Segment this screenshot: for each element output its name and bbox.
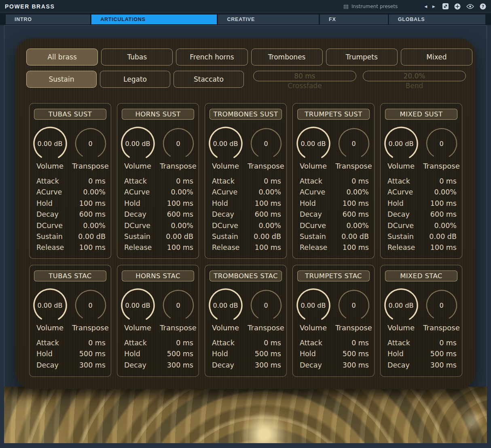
bend-value[interactable]: 20.0%: [363, 71, 466, 81]
transpose-knob[interactable]: 0 Transpose: [72, 126, 110, 170]
volume-knob[interactable]: 0.00 dB Volume: [294, 126, 332, 170]
param-value[interactable]: 100 ms: [79, 242, 106, 253]
param-value[interactable]: 0 ms: [351, 176, 369, 187]
param-value[interactable]: 0 ms: [264, 176, 281, 187]
tab-fx[interactable]: FX: [320, 15, 388, 24]
section-button-french-horns[interactable]: French horns: [176, 49, 248, 66]
param-value[interactable]: 300 ms: [79, 360, 106, 371]
tab-articulations[interactable]: ARTICULATIONS: [91, 15, 217, 24]
param-value[interactable]: 0.00%: [83, 220, 106, 231]
param-value[interactable]: 0 ms: [176, 176, 193, 187]
param-value[interactable]: 0.00%: [346, 187, 369, 198]
param-value[interactable]: 0 ms: [88, 338, 106, 349]
card-title: MIXED STAC: [385, 270, 457, 281]
param-value[interactable]: 0.00%: [258, 187, 281, 198]
resize-icon[interactable]: [442, 3, 449, 9]
param-value[interactable]: 100 ms: [343, 242, 369, 253]
add-icon[interactable]: [454, 3, 461, 10]
param-value[interactable]: 300 ms: [255, 360, 281, 371]
param-value[interactable]: 500 ms: [79, 349, 106, 359]
transpose-knob[interactable]: 0 Transpose: [72, 287, 110, 332]
param-value[interactable]: 500 ms: [167, 349, 193, 359]
param-value[interactable]: 100 ms: [167, 198, 193, 209]
eye-icon[interactable]: [466, 4, 474, 9]
volume-knob[interactable]: 0.00 dB Volume: [207, 126, 245, 170]
param-value[interactable]: 0.00 dB: [429, 231, 457, 242]
card-title: TUBAS STAC: [34, 270, 106, 281]
prev-preset-button[interactable]: ◀: [424, 4, 427, 8]
param-value[interactable]: 0 ms: [439, 338, 457, 349]
param-value[interactable]: 0 ms: [176, 338, 193, 349]
param-value[interactable]: 0.00 dB: [78, 231, 106, 242]
section-button-all-brass[interactable]: All brass: [26, 49, 98, 66]
param-value[interactable]: 100 ms: [79, 198, 106, 209]
param-value[interactable]: 600 ms: [79, 209, 106, 220]
param-value[interactable]: 300 ms: [167, 360, 193, 371]
volume-knob[interactable]: 0.00 dB Volume: [294, 287, 332, 332]
tab-creative[interactable]: CREATIVE: [218, 15, 319, 24]
param-value[interactable]: 100 ms: [343, 198, 369, 209]
param-name: Hold: [212, 198, 228, 209]
instrument-presets-button[interactable]: Instrument presets: [343, 4, 398, 9]
param-value[interactable]: 0.00%: [434, 187, 457, 198]
section-button-mixed[interactable]: Mixed: [401, 49, 472, 66]
param-value[interactable]: 0 ms: [88, 176, 106, 187]
param-row-decay: Decay300 ms: [387, 360, 457, 371]
articulation-button-row: SustainLegatoStaccato 80 ms Crossfade 20…: [26, 71, 472, 90]
param-value[interactable]: 0.00%: [83, 187, 106, 198]
articulation-button-legato[interactable]: Legato: [100, 71, 170, 88]
param-value[interactable]: 100 ms: [167, 242, 193, 253]
transpose-knob[interactable]: 0 Transpose: [335, 126, 373, 170]
param-value[interactable]: 0.00 dB: [341, 231, 369, 242]
section-button-trumpets[interactable]: Trumpets: [326, 49, 398, 66]
help-icon[interactable]: ?: [480, 3, 486, 10]
param-value[interactable]: 600 ms: [430, 209, 457, 220]
tab-globals[interactable]: GLOBALS: [389, 15, 485, 24]
next-preset-button[interactable]: ▶: [432, 4, 435, 8]
param-value[interactable]: 0 ms: [439, 176, 457, 187]
crossfade-value[interactable]: 80 ms: [253, 71, 356, 81]
param-value[interactable]: 0.00%: [346, 220, 369, 231]
param-value[interactable]: 300 ms: [343, 360, 369, 371]
articulation-button-sustain[interactable]: Sustain: [26, 71, 97, 88]
param-row-attack: Attack0 ms: [387, 338, 457, 349]
param-value[interactable]: 0.00%: [171, 187, 193, 198]
volume-knob[interactable]: 0.00 dB Volume: [31, 126, 69, 170]
volume-knob[interactable]: 0.00 dB Volume: [119, 287, 157, 332]
articulation-button-staccato[interactable]: Staccato: [174, 71, 244, 88]
param-value[interactable]: 100 ms: [255, 198, 281, 209]
transpose-knob[interactable]: 0 Transpose: [159, 126, 197, 170]
param-row-dcurve: DCurve0.00%: [36, 220, 106, 231]
param-value[interactable]: 0.00%: [434, 220, 457, 231]
volume-knob[interactable]: 0.00 dB Volume: [382, 287, 420, 332]
param-value[interactable]: 600 ms: [343, 209, 369, 220]
param-value[interactable]: 0 ms: [264, 338, 281, 349]
transpose-knob[interactable]: 0 Transpose: [247, 126, 285, 170]
param-value[interactable]: 100 ms: [430, 198, 457, 209]
param-value[interactable]: 300 ms: [430, 360, 457, 371]
param-value[interactable]: 500 ms: [255, 349, 281, 359]
param-value[interactable]: 600 ms: [167, 209, 193, 220]
param-value[interactable]: 500 ms: [430, 349, 457, 359]
tab-intro[interactable]: INTRO: [6, 15, 90, 24]
param-value[interactable]: 600 ms: [255, 209, 281, 220]
param-value[interactable]: 0.00%: [171, 220, 193, 231]
param-value[interactable]: 100 ms: [430, 242, 457, 253]
section-button-trombones[interactable]: Trombones: [251, 49, 323, 66]
param-value[interactable]: 0 ms: [351, 338, 369, 349]
transpose-knob[interactable]: 0 Transpose: [423, 287, 461, 332]
volume-knob[interactable]: 0.00 dB Volume: [119, 126, 157, 170]
transpose-knob[interactable]: 0 Transpose: [335, 287, 373, 332]
volume-knob[interactable]: 0.00 dB Volume: [207, 287, 245, 332]
param-value[interactable]: 100 ms: [255, 242, 281, 253]
section-button-tubas[interactable]: Tubas: [101, 49, 173, 66]
transpose-knob[interactable]: 0 Transpose: [423, 126, 461, 170]
param-value[interactable]: 500 ms: [343, 349, 369, 359]
transpose-knob[interactable]: 0 Transpose: [159, 287, 197, 332]
volume-knob[interactable]: 0.00 dB Volume: [31, 287, 69, 332]
transpose-knob[interactable]: 0 Transpose: [247, 287, 285, 332]
param-value[interactable]: 0.00%: [258, 220, 281, 231]
param-value[interactable]: 0.00 dB: [254, 231, 281, 242]
volume-knob[interactable]: 0.00 dB Volume: [382, 126, 420, 170]
param-value[interactable]: 0.00 dB: [166, 231, 193, 242]
